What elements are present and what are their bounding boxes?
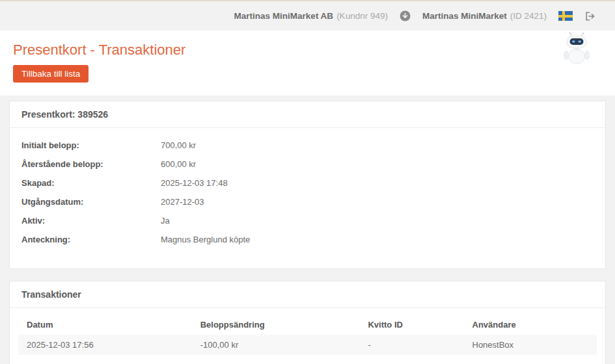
cell-user: HonestBox xyxy=(464,335,597,355)
transactions-table: Datum Beloppsändring Kvitto ID Användare… xyxy=(18,315,597,355)
main-content: Presentkort: 389526 Initialt belopp: 700… xyxy=(0,96,615,364)
column-header-receipt-id: Kvitto ID xyxy=(359,315,463,335)
field-value: 2027-12-03 xyxy=(161,197,204,207)
swedish-flag-icon[interactable] xyxy=(558,11,573,21)
field-label: Anteckning: xyxy=(21,235,161,244)
store-account[interactable]: Martinas MiniMarket (ID 2421) xyxy=(422,11,547,21)
column-header-amount-change: Beloppsändring xyxy=(192,315,360,335)
field-label: Utgångsdatum: xyxy=(21,197,161,207)
table-row: 2025-12-03 17:56 -100,00 kr - HonestBox xyxy=(18,335,597,355)
company-customer-number: (Kundnr 949) xyxy=(336,11,388,21)
giftcard-card-title: Presentkort: 389526 xyxy=(10,101,605,128)
field-created: Skapad: 2025-12-03 17:48 xyxy=(21,174,594,192)
field-remaining-amount: Återstående belopp: 600,00 kr xyxy=(21,155,594,174)
field-value: 2025-12-03 17:48 xyxy=(161,178,228,188)
back-to-list-button[interactable]: Tillbaka till lista xyxy=(13,65,89,83)
field-expiry-date: Utgångsdatum: 2027-12-03 xyxy=(21,192,594,211)
company-account[interactable]: Martinas MiniMarket AB (Kundnr 949) xyxy=(234,11,388,21)
field-active: Aktiv: Ja xyxy=(21,211,594,230)
switch-store-arrow-down-circle-icon[interactable] xyxy=(400,10,411,21)
table-header-row: Datum Beloppsändring Kvitto ID Användare xyxy=(18,315,597,335)
store-id: (ID 2421) xyxy=(510,11,547,21)
cell-date: 2025-12-03 17:56 xyxy=(18,335,192,355)
topbar: Martinas MiniMarket AB (Kundnr 949) Mart… xyxy=(0,0,615,31)
field-label: Skapad: xyxy=(21,178,161,188)
store-name: Martinas MiniMarket xyxy=(422,11,507,21)
field-label: Aktiv: xyxy=(21,216,161,226)
transactions-table-wrap: Datum Beloppsändring Kvitto ID Användare… xyxy=(10,308,605,364)
page-header: Presentkort - Transaktioner Tillbaka til… xyxy=(0,31,615,96)
field-label: Återstående belopp: xyxy=(21,159,161,169)
field-value: Ja xyxy=(161,216,170,226)
giftcard-card: Presentkort: 389526 Initialt belopp: 700… xyxy=(9,101,606,269)
column-header-user: Användare xyxy=(464,315,597,335)
transactions-card-title: Transaktioner xyxy=(10,281,605,308)
chatbot-robot-icon[interactable] xyxy=(563,32,590,67)
field-value: 700,00 kr xyxy=(161,140,196,150)
field-label: Initialt belopp: xyxy=(21,140,161,150)
field-initial-amount: Initialt belopp: 700,00 kr xyxy=(21,136,594,155)
field-note: Anteckning: Magnus Berglund köpte xyxy=(21,230,594,249)
page-title: Presentkort - Transaktioner xyxy=(13,42,602,58)
column-header-date: Datum xyxy=(18,315,192,335)
field-value: 600,00 kr xyxy=(161,159,196,169)
cell-amount-change: -100,00 kr xyxy=(192,335,360,355)
giftcard-fields: Initialt belopp: 700,00 kr Återstående b… xyxy=(10,128,605,268)
logout-icon[interactable] xyxy=(584,11,595,21)
transactions-card: Transaktioner Datum Beloppsändring Kvitt… xyxy=(9,281,606,364)
company-name: Martinas MiniMarket AB xyxy=(234,11,334,21)
cell-receipt-id: - xyxy=(359,335,463,355)
field-value: Magnus Berglund köpte xyxy=(161,235,250,244)
